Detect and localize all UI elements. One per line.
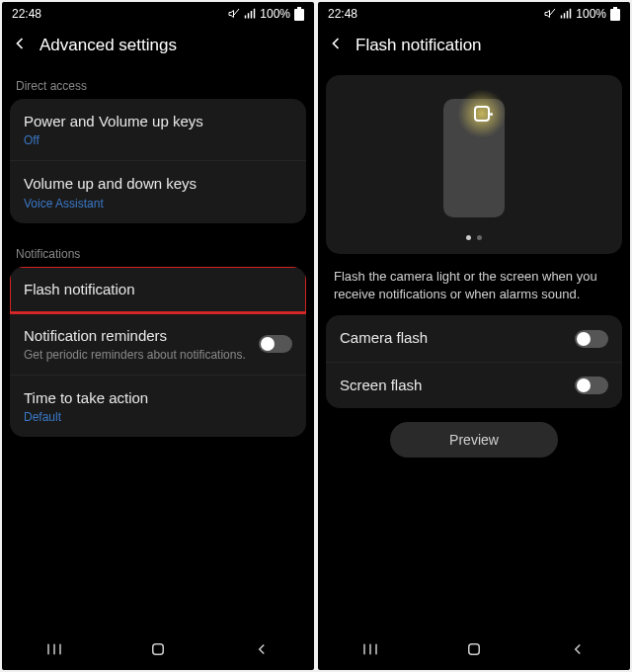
card-flash-options: Camera flash Screen flash <box>326 315 622 408</box>
svg-rect-10 <box>153 644 164 655</box>
signal-icon <box>244 8 256 20</box>
battery-icon <box>610 7 620 21</box>
mute-icon <box>228 8 240 20</box>
back-icon[interactable] <box>10 34 30 57</box>
status-bar: 22:48 100% <box>2 2 314 26</box>
flash-glow-icon <box>457 89 507 138</box>
row-power-volume-up[interactable]: Power and Volume up keys Off <box>10 99 306 160</box>
row-title: Screen flash <box>340 376 567 395</box>
svg-rect-4 <box>254 9 256 19</box>
battery-pct: 100% <box>576 7 606 21</box>
page-header: Flash notification <box>318 26 630 65</box>
nav-bar <box>318 629 630 670</box>
status-right: 100% <box>544 7 620 21</box>
row-flash-notification[interactable]: Flash notification <box>10 267 306 312</box>
row-title: Power and Volume up keys <box>24 112 292 131</box>
back-icon[interactable] <box>326 34 346 57</box>
status-time: 22:48 <box>328 7 357 21</box>
section-direct-access: Direct access <box>2 65 314 99</box>
toggle-screen-flash[interactable] <box>575 377 608 394</box>
nav-bar <box>2 629 314 670</box>
toggle-notification-reminders[interactable] <box>259 335 292 353</box>
battery-pct: 100% <box>260 7 290 21</box>
row-camera-flash[interactable]: Camera flash <box>326 315 622 361</box>
svg-rect-13 <box>564 13 566 18</box>
mute-icon <box>544 8 556 20</box>
nav-home-icon[interactable] <box>454 630 494 669</box>
status-bar: 22:48 100% <box>318 2 630 26</box>
row-title: Time to take action <box>24 388 292 408</box>
phone-left: 22:48 100% Advanced settings Direct acce… <box>2 2 314 670</box>
section-notifications: Notifications <box>2 233 314 267</box>
dot-2 <box>477 235 482 240</box>
nav-recents-icon[interactable] <box>35 630 74 669</box>
row-title: Camera flash <box>340 328 567 348</box>
row-notification-reminders[interactable]: Notification reminders Get periodic remi… <box>10 312 306 375</box>
svg-rect-1 <box>245 16 247 19</box>
page-title: Flash notification <box>356 36 482 55</box>
row-sub: Off <box>24 133 292 147</box>
svg-rect-3 <box>251 11 253 19</box>
svg-rect-5 <box>297 7 301 9</box>
row-sub: Default <box>24 410 292 424</box>
card-notifications: Flash notification Notification reminder… <box>10 267 306 438</box>
row-title: Notification reminders <box>24 326 251 346</box>
nav-back-icon[interactable] <box>242 630 281 669</box>
phone-mock-icon <box>443 99 505 217</box>
svg-line-11 <box>550 9 555 15</box>
signal-icon <box>560 8 572 20</box>
nav-recents-icon[interactable] <box>351 630 390 669</box>
row-volume-up-down[interactable]: Volume up and down keys Voice Assistant <box>10 160 306 222</box>
page-title: Advanced settings <box>40 36 177 55</box>
page-header: Advanced settings <box>2 26 314 65</box>
description-text: Flash the camera light or the screen whe… <box>318 264 630 315</box>
svg-rect-16 <box>613 7 617 9</box>
preview-button[interactable]: Preview <box>390 422 558 458</box>
nav-home-icon[interactable] <box>138 630 178 669</box>
svg-rect-12 <box>561 16 563 19</box>
svg-line-0 <box>234 9 239 15</box>
nav-back-icon[interactable] <box>558 630 597 669</box>
svg-rect-6 <box>294 9 304 21</box>
svg-rect-2 <box>248 13 250 18</box>
phone-right: 22:48 100% Flash notification <box>318 2 630 670</box>
svg-rect-17 <box>610 9 620 21</box>
status-right: 100% <box>228 7 304 21</box>
row-hint: Get periodic reminders about notificatio… <box>24 348 251 362</box>
dot-1 <box>466 235 471 240</box>
row-title: Flash notification <box>24 280 292 299</box>
illustration-card <box>326 75 622 254</box>
card-direct-access: Power and Volume up keys Off Volume up a… <box>10 99 306 223</box>
row-title: Volume up and down keys <box>24 174 292 194</box>
page-indicator[interactable] <box>466 235 482 240</box>
status-time: 22:48 <box>12 7 41 21</box>
svg-rect-15 <box>570 9 572 19</box>
row-sub: Voice Assistant <box>24 197 292 210</box>
battery-icon <box>294 7 304 21</box>
svg-rect-21 <box>469 644 480 655</box>
svg-rect-14 <box>567 11 569 19</box>
toggle-camera-flash[interactable] <box>575 330 608 348</box>
row-screen-flash[interactable]: Screen flash <box>326 362 622 408</box>
row-time-to-take-action[interactable]: Time to take action Default <box>10 375 306 437</box>
